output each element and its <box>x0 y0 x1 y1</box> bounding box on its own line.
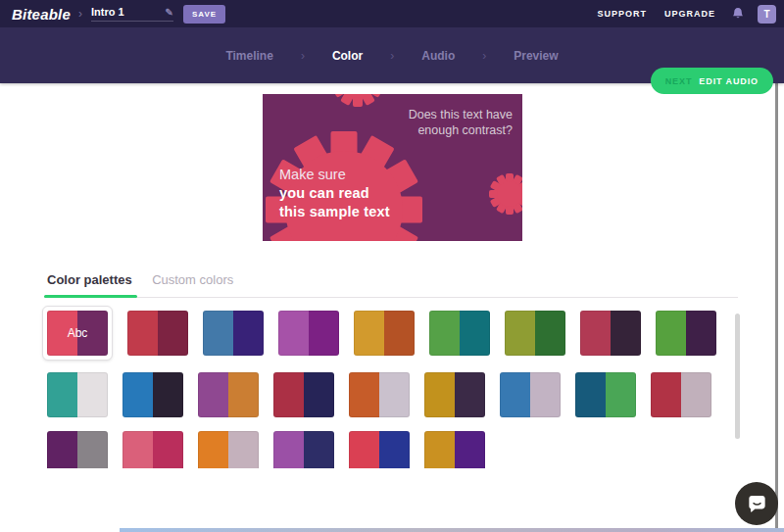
palette-swatch[interactable]: Abc <box>47 311 108 356</box>
notification-bell-icon[interactable] <box>731 7 745 22</box>
tab-color-palettes[interactable]: Color palettes <box>47 272 132 287</box>
next-action-label: EDIT AUDIO <box>699 76 759 86</box>
palette-swatch[interactable] <box>273 372 334 417</box>
app-window: Biteable › Intro 1 ✎ SAVE SUPPORT UPGRAD… <box>0 0 784 532</box>
selected-palette-card[interactable]: Abc <box>42 306 113 361</box>
palette-swatch[interactable] <box>278 311 339 356</box>
palette-scrollbar[interactable] <box>735 314 740 439</box>
step-color[interactable]: Color <box>332 49 363 63</box>
biteable-logo[interactable]: Biteable <box>12 6 71 23</box>
palette-swatch[interactable] <box>47 431 108 468</box>
step-audio[interactable]: Audio <box>421 49 455 63</box>
palette-swatch[interactable] <box>354 311 415 356</box>
project-name-value: Intro 1 <box>91 6 124 18</box>
palette-swatch[interactable] <box>349 372 410 417</box>
palette-swatch[interactable] <box>505 311 565 356</box>
next-edit-audio-button[interactable]: NEXT EDIT AUDIO <box>651 68 773 94</box>
next-prefix-label: NEXT <box>665 76 693 86</box>
step-timeline[interactable]: Timeline <box>225 49 272 63</box>
page-scrollbar[interactable] <box>775 83 778 532</box>
palette-swatch[interactable] <box>424 431 485 468</box>
palette-swatch[interactable] <box>651 372 711 417</box>
support-link[interactable]: SUPPORT <box>597 9 647 19</box>
palette-swatch[interactable] <box>500 372 561 417</box>
tab-custom-colors[interactable]: Custom colors <box>152 272 233 287</box>
chat-bubble-icon <box>746 493 768 515</box>
edit-pencil-icon[interactable]: ✎ <box>166 7 173 18</box>
step-chevron-icon: › <box>390 49 394 63</box>
palette-swatch[interactable] <box>575 372 636 417</box>
palette-swatch[interactable] <box>349 431 410 468</box>
palette-swatch[interactable] <box>198 431 259 468</box>
breadcrumb-chevron-icon: › <box>78 7 82 21</box>
user-avatar[interactable]: T <box>758 5 776 24</box>
palette-swatch[interactable] <box>580 311 641 356</box>
palette-swatch[interactable] <box>122 431 183 468</box>
palette-swatch[interactable] <box>656 311 716 356</box>
palette-swatch[interactable] <box>429 311 490 356</box>
timeline-strip-edge <box>120 528 784 532</box>
palette-tabs: Color palettes Custom colors <box>0 270 784 302</box>
palette-swatch[interactable] <box>273 431 334 468</box>
project-name-field[interactable]: Intro 1 ✎ <box>91 6 173 22</box>
palette-row: Abc <box>39 306 739 361</box>
step-chevron-icon: › <box>301 49 305 63</box>
palette-grid: Abc <box>39 300 739 468</box>
active-tab-underline <box>44 295 137 298</box>
step-nav-bar: Timeline › Color › Audio › Preview NEXT … <box>0 27 784 83</box>
preview-heading-text: Does this text have enough contrast? <box>409 107 513 139</box>
save-button[interactable]: SAVE <box>183 5 225 24</box>
palette-swatch[interactable] <box>127 311 188 356</box>
step-chevron-icon: › <box>482 49 486 63</box>
palette-swatch[interactable] <box>47 372 108 417</box>
chat-button[interactable] <box>735 482 778 525</box>
palette-swatch[interactable] <box>424 372 485 417</box>
top-bar: Biteable › Intro 1 ✎ SAVE SUPPORT UPGRAD… <box>0 0 784 27</box>
step-preview[interactable]: Preview <box>514 49 558 63</box>
preview-body-text: Make sure you can read this sample text <box>279 166 390 221</box>
tab-divider <box>44 297 738 298</box>
palette-row <box>39 372 739 417</box>
palette-swatch[interactable] <box>203 311 264 356</box>
palette-swatch[interactable] <box>198 372 259 417</box>
palette-sample-text: Abc <box>68 326 88 340</box>
video-preview[interactable]: Does this text have enough contrast? Mak… <box>263 94 522 241</box>
upgrade-link[interactable]: UPGRADE <box>664 9 715 19</box>
palette-row <box>39 431 739 468</box>
palette-swatch[interactable] <box>122 372 183 417</box>
